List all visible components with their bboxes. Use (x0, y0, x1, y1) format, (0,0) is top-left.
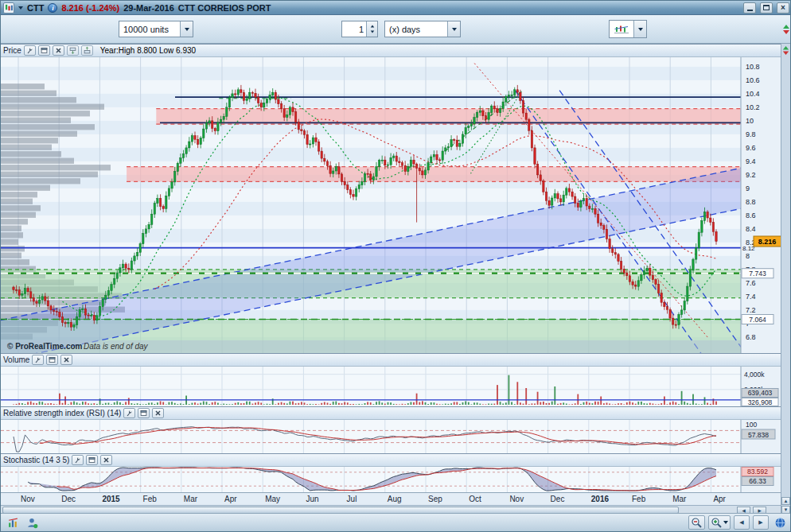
window-menu-icon[interactable] (18, 6, 23, 10)
price-panel-header: Price Year:High 8.800 Low 6.930 (1, 44, 782, 57)
price-move-down-button[interactable] (67, 45, 79, 56)
interval-unit-value: (x) days (385, 25, 447, 34)
svg-text:7.064: 7.064 (749, 316, 766, 324)
volume-panel-header: Volume (1, 353, 782, 367)
maximize-icon (763, 5, 770, 10)
units-select[interactable]: 10000 units (119, 21, 193, 37)
time-label: Feb (632, 495, 645, 503)
volume-settings-button[interactable] (32, 355, 44, 365)
rsi-panel: Relative strength index (RSI) (14) 10057… (1, 406, 782, 453)
time-label: 2015 (102, 495, 119, 503)
svg-text:10.4: 10.4 (746, 90, 760, 98)
close-icon: × (781, 4, 785, 12)
interval-unit-select[interactable]: (x) days (384, 21, 461, 37)
chart-type-button[interactable] (609, 20, 647, 38)
svg-text:4,000k: 4,000k (744, 371, 765, 379)
chart-type-dropdown-icon[interactable] (633, 21, 646, 37)
rsi-close-button[interactable] (152, 408, 164, 418)
svg-text:7.2: 7.2 (746, 306, 756, 314)
right-scroll-strip[interactable]: ▲ ▼ (781, 44, 790, 515)
svg-text:8.216: 8.216 (758, 238, 777, 246)
rsi-panel-header: Relative strength index (RSI) (14) (1, 406, 782, 420)
info-icon[interactable]: i (48, 3, 57, 13)
volume-panel-title: Volume (3, 355, 29, 364)
svg-text:10: 10 (746, 117, 754, 125)
stochastic-panel: Stochastic (14 3 5) 83.59266.33 (1, 453, 782, 492)
pan-left-button[interactable]: ◀ (734, 515, 750, 530)
arrow-down-icon: ▼ (784, 507, 789, 512)
interval-spinner[interactable]: 1 (341, 21, 378, 37)
indicators-icon[interactable] (5, 515, 21, 530)
stochastic-close-button[interactable] (100, 455, 112, 465)
volume-detach-button[interactable] (46, 355, 58, 365)
svg-text:9: 9 (746, 184, 750, 192)
rsi-panel-title: Relative strength index (RSI) (14) (3, 409, 121, 417)
units-value: 10000 units (119, 25, 180, 34)
user-profile-icon[interactable] (24, 515, 40, 530)
price-detach-button[interactable] (38, 45, 50, 56)
volume-chart-canvas[interactable]: 4,000k2,000k639,403326,908 (1, 367, 782, 406)
stochastic-panel-header: Stochastic (14 3 5) (1, 453, 782, 467)
zoom-out-button[interactable] (688, 515, 705, 530)
svg-text:57.838: 57.838 (748, 431, 769, 439)
svg-text:8.4: 8.4 (746, 225, 756, 233)
svg-text:7.4: 7.4 (746, 293, 756, 301)
app-window: CTT i 8.216 (-1.24%) 29-Mar-2016 CTT COR… (0, 0, 791, 532)
time-label: Mar (184, 495, 197, 503)
svg-text:326,908: 326,908 (748, 398, 773, 406)
time-axis: NovDec2015FebMarAprMayJunJulAugSepOctNov… (1, 492, 782, 505)
price-close-button[interactable] (53, 45, 64, 56)
globe-icon[interactable] (772, 515, 788, 530)
spinner-arrows-icon[interactable] (366, 21, 377, 37)
price-panel-title: Price (3, 46, 21, 55)
time-label: Apr (224, 495, 237, 503)
volume-close-button[interactable] (60, 355, 72, 365)
price-plot (1, 57, 752, 353)
price-settings-button[interactable] (24, 45, 36, 56)
expand-panel-icon[interactable] (781, 45, 790, 57)
maximize-button[interactable] (760, 2, 773, 14)
minimize-button[interactable] (743, 2, 756, 14)
price-move-up-button[interactable] (81, 45, 93, 56)
svg-text:6.8: 6.8 (746, 333, 756, 341)
stochastic-settings-button[interactable] (72, 455, 84, 465)
zoom-mode-dropdown-icon[interactable] (723, 521, 728, 524)
chart-type-icon (610, 21, 633, 37)
pan-right-button[interactable]: ▶ (753, 515, 769, 530)
stochastic-chart-canvas[interactable]: 83.59266.33 (1, 467, 782, 492)
close-button[interactable]: × (777, 2, 789, 14)
minimize-icon (747, 10, 753, 11)
svg-text:7.6: 7.6 (746, 279, 756, 287)
units-dropdown-icon[interactable] (180, 21, 193, 37)
time-label: Nov (21, 495, 35, 503)
time-label: Sep (428, 495, 442, 503)
time-label: Feb (143, 495, 157, 503)
svg-text:83.592: 83.592 (747, 468, 768, 476)
time-label: Jul (347, 495, 357, 503)
app-icon[interactable] (3, 2, 14, 14)
svg-text:Data is end of day: Data is end of day (84, 342, 149, 351)
stochastic-detach-button[interactable] (86, 455, 98, 465)
stochastic-panel-title: Stochastic (14 3 5) (3, 456, 69, 464)
time-label: Apr (713, 495, 726, 503)
svg-text:100: 100 (746, 421, 757, 429)
price-panel: Price Year:High 8.800 Low 6.930 © ProRea… (1, 44, 782, 353)
svg-text:10.6: 10.6 (746, 76, 760, 84)
mini-candles-icon (5, 3, 14, 12)
svg-text:© ProRealTime.com: © ProRealTime.com (7, 342, 83, 351)
svg-text:9.8: 9.8 (746, 130, 756, 138)
interval-dropdown-icon[interactable] (447, 21, 460, 37)
rsi-settings-button[interactable] (123, 408, 135, 418)
zoom-in-button[interactable] (708, 515, 731, 530)
pan-right-icon: ▶ (758, 519, 762, 526)
scroll-up-button[interactable]: ▲ (781, 497, 790, 505)
time-label: Jun (306, 495, 318, 503)
rsi-detach-button[interactable] (138, 408, 150, 418)
window-titlebar[interactable]: CTT i 8.216 (-1.24%) 29-Mar-2016 CTT COR… (1, 1, 791, 15)
arrow-left-icon: ◀ (742, 508, 745, 513)
svg-text:66.33: 66.33 (749, 477, 766, 485)
price-chart-canvas[interactable]: © ProRealTime.comData is end of day10.81… (1, 57, 782, 353)
rsi-chart-canvas[interactable]: 10057.838 (1, 420, 782, 453)
sidebar-toggle-icon[interactable] (781, 24, 791, 35)
interval-value: 1 (342, 21, 366, 37)
